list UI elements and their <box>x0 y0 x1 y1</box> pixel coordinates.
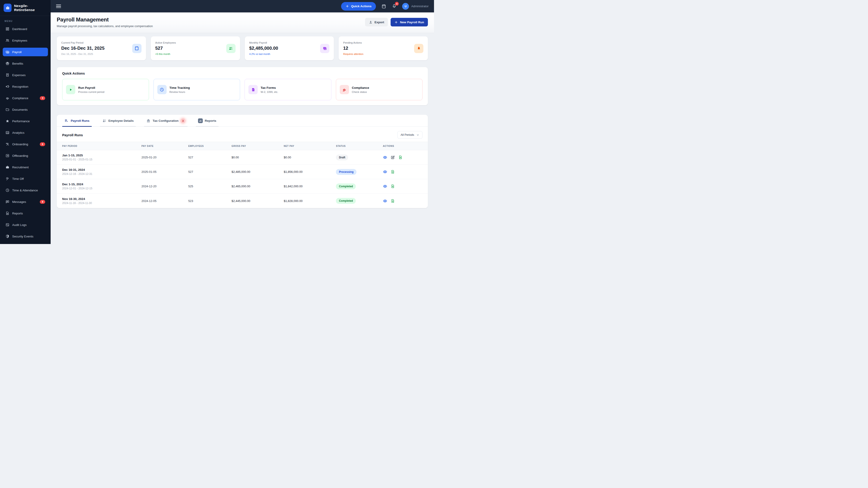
people-icon <box>226 44 236 53</box>
sidebar-item-recruitment[interactable]: Recruitment <box>3 163 48 171</box>
sidebar-item-employees[interactable]: Employees <box>3 36 48 45</box>
stat-sub: 4.2% vs last month <box>249 53 278 55</box>
user-role-label: Administrator <box>411 4 429 8</box>
stat-card-pending-actions: Pending Actions 12 Requires attention <box>339 36 428 60</box>
sidebar-item-security-events[interactable]: Security Events <box>3 232 48 240</box>
sidebar-item-recognition[interactable]: Recognition <box>3 82 48 91</box>
app-root: Nexgile-RetireSense MENU Dashboard Emplo… <box>0 0 434 244</box>
stats-row: Current Pay Period Dec 16-Dec 31, 2025 D… <box>57 36 428 60</box>
briefcase-icon <box>4 4 11 12</box>
user-menu[interactable]: U Administrator <box>402 3 429 10</box>
sidebar-item-label: Expenses <box>12 73 26 77</box>
shield-icon <box>5 234 9 238</box>
brand-name: Nexgile-RetireSense <box>14 4 47 12</box>
download-icon <box>369 20 373 24</box>
document-icon <box>248 85 258 94</box>
exit-icon <box>5 154 9 158</box>
stat-sub: +5 this month <box>155 53 176 55</box>
tab-payroll-runs[interactable]: Payroll Runs <box>62 115 92 127</box>
quick-action-run-payroll[interactable]: Run Payroll Process current period <box>62 79 149 100</box>
sidebar-item-benefits[interactable]: Benefits <box>3 59 48 68</box>
sidebar-item-label: Security Events <box>12 235 33 238</box>
page-content: Current Pay Period Dec 16-Dec 31, 2025 D… <box>51 33 434 244</box>
sidebar-item-compliance[interactable]: Compliance 3 <box>3 94 48 102</box>
view-icon[interactable] <box>383 184 387 188</box>
notification-count-badge: 8 <box>395 2 399 6</box>
sidebar-item-payroll[interactable]: Payroll <box>3 48 48 56</box>
quick-action-compliance[interactable]: Compliance Check status <box>336 79 423 100</box>
download-file-icon[interactable] <box>391 170 395 174</box>
download-file-icon[interactable] <box>391 199 395 203</box>
gift-icon <box>5 61 9 66</box>
tab-employee-details[interactable]: Employee Details <box>100 115 136 127</box>
sidebar-item-onboarding[interactable]: Onboarding 6 <box>3 140 48 149</box>
new-payroll-run-button[interactable]: New Payroll Run <box>391 18 428 26</box>
star-icon <box>5 119 9 123</box>
sidebar-item-messages[interactable]: Messages 8 <box>3 197 48 206</box>
table-title: Payroll Runs <box>62 133 83 137</box>
chat-icon <box>5 200 9 204</box>
page-title: Payroll Management <box>57 17 153 23</box>
calendar-icon[interactable] <box>381 4 386 9</box>
status-badge: Processing <box>336 169 356 175</box>
receipt-icon <box>5 73 9 77</box>
sidebar-item-label: Reports <box>12 212 23 215</box>
sidebar-item-expenses[interactable]: Expenses <box>3 71 48 79</box>
table-row: Dec 1-15, 2024 2024-12-01 - 2024-12-15 2… <box>57 179 428 194</box>
payroll-table-card: Payroll Runs Employee Details Tax Config… <box>57 115 428 208</box>
sidebar-item-label: Documents <box>12 108 28 111</box>
sidebar-item-label: Analytics <box>12 131 24 134</box>
plus-icon <box>346 4 349 8</box>
table-section-header: Payroll Runs All Periods <box>57 127 428 142</box>
stat-sub: Requires attention <box>343 53 363 55</box>
compliance-badge: 3 <box>40 96 45 100</box>
export-button[interactable]: Export <box>365 18 388 26</box>
view-icon[interactable] <box>383 170 387 174</box>
tab-reports[interactable]: Reports <box>196 115 219 127</box>
list-play-icon <box>64 119 69 123</box>
tax-configuration-badge: 3 <box>181 119 185 123</box>
notifications-button[interactable]: 8 <box>392 3 397 9</box>
wallet-icon <box>320 44 329 53</box>
sidebar-item-reports[interactable]: Reports <box>3 209 48 218</box>
stat-card-current-pay-period: Current Pay Period Dec 16-Dec 31, 2025 D… <box>57 36 146 60</box>
tab-tax-configuration[interactable]: Tax Configuration 3 <box>144 115 188 127</box>
onboarding-badge: 6 <box>40 142 45 146</box>
avatar: U <box>402 3 409 10</box>
period-filter-select[interactable]: All Periods <box>397 131 423 139</box>
download-file-icon[interactable] <box>398 155 403 160</box>
clock-icon <box>157 85 166 94</box>
quick-actions-panel: Quick Actions Run Payroll Process curren… <box>57 67 428 105</box>
sidebar-item-label: Audit Logs <box>12 223 27 227</box>
quick-action-tax-forms[interactable]: Tax Forms W-2, 1099, etc. <box>245 79 331 100</box>
sidebar-item-audit-logs[interactable]: Audit Logs <box>3 221 48 229</box>
table-row: Dec 16-31, 2024 2024-12-16 - 2024-12-31 … <box>57 165 428 179</box>
edit-icon[interactable] <box>391 155 395 160</box>
view-icon[interactable] <box>383 155 387 160</box>
tab-bar: Payroll Runs Employee Details Tax Config… <box>57 115 428 127</box>
chevron-down-icon <box>416 133 419 136</box>
alert-bell-icon <box>414 44 423 53</box>
payroll-icon <box>5 50 9 54</box>
quick-actions-button[interactable]: Quick Actions <box>341 2 376 11</box>
calendar-icon <box>132 44 142 53</box>
view-icon[interactable] <box>383 199 387 203</box>
sidebar-item-label: Payroll <box>12 51 22 54</box>
clock-icon <box>5 188 9 192</box>
sidebar-item-label: Recruitment <box>12 166 29 169</box>
sidebar-item-analytics[interactable]: Analytics <box>3 128 48 137</box>
status-badge: Completed <box>336 184 356 189</box>
audit-icon <box>5 223 9 227</box>
sidebar-item-documents[interactable]: Documents <box>3 105 48 114</box>
status-badge: Draft <box>336 155 348 160</box>
employees-icon <box>5 38 9 42</box>
sidebar-item-performance[interactable]: Performance <box>3 117 48 125</box>
sidebar-item-time-attendance[interactable]: Time & Attendance <box>3 186 48 195</box>
download-file-icon[interactable] <box>391 184 395 188</box>
sidebar-item-dashboard[interactable]: Dashboard <box>3 25 48 33</box>
sidebar-item-time-off[interactable]: Time Off <box>3 174 48 183</box>
flag-icon <box>5 177 9 181</box>
sidebar-item-offboarding[interactable]: Offboarding <box>3 151 48 160</box>
quick-action-time-tracking[interactable]: Time Tracking Review hours <box>153 79 240 100</box>
menu-icon[interactable] <box>56 4 61 8</box>
